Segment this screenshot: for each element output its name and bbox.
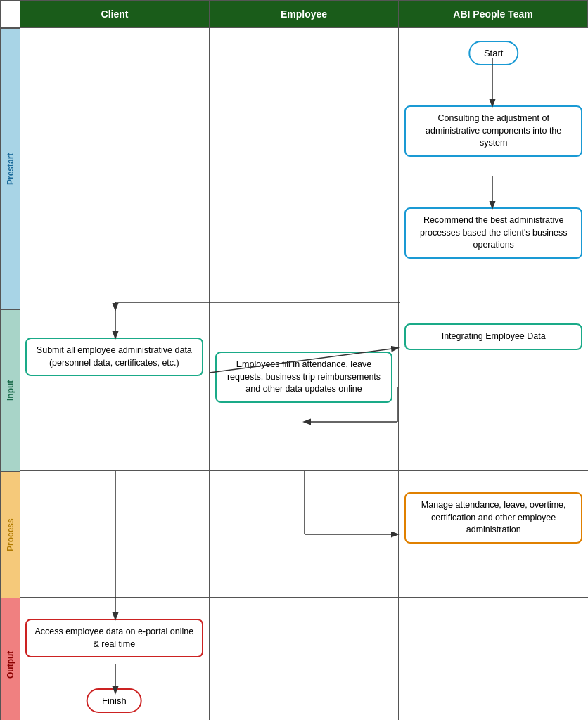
start-node: Start bbox=[468, 41, 518, 65]
employees-fill-node: Employees fill in attendance, leave requ… bbox=[215, 352, 393, 403]
process-columns: Manage attendance, leave, overtime, cert… bbox=[20, 471, 588, 598]
input-row: Input Submit all employee administrative… bbox=[0, 309, 588, 471]
prestart-label: Prestart bbox=[0, 28, 20, 309]
prestart-client-col bbox=[20, 28, 210, 309]
output-label: Output bbox=[0, 598, 20, 720]
header-row: Client Employee ABI People Team bbox=[0, 0, 588, 28]
consulting-node: Consulting the adjustment of administrat… bbox=[404, 105, 582, 157]
header-side-spacer bbox=[1, 1, 20, 27]
access-node: Access employee data on e-portal online … bbox=[25, 619, 203, 657]
manage-node: Manage attendance, leave, overtime, cert… bbox=[404, 492, 582, 544]
prestart-columns: Start Consulting the adjustment of admin… bbox=[20, 28, 588, 309]
prestart-row: Prestart Start Consulting the adjustment… bbox=[0, 28, 588, 309]
diagram-container: Client Employee ABI People Team Prestart… bbox=[0, 0, 588, 720]
output-row: Output Access employee data on e-portal … bbox=[0, 598, 588, 720]
output-client-col: Access employee data on e-portal online … bbox=[20, 598, 210, 720]
output-employee-col bbox=[210, 598, 400, 720]
prestart-abi-col: Start Consulting the adjustment of admin… bbox=[399, 28, 588, 309]
input-employee-col: Employees fill in attendance, leave requ… bbox=[210, 309, 400, 471]
input-abi-col: Integrating Employee Data bbox=[399, 309, 588, 471]
header-abi: ABI People Team bbox=[399, 1, 587, 27]
process-label: Process bbox=[0, 471, 20, 598]
recommend-node: Recommend the best administrative proces… bbox=[404, 207, 582, 259]
input-client-col: Submit all employee administrative data … bbox=[20, 309, 210, 471]
header-employee: Employee bbox=[210, 1, 399, 27]
process-abi-col: Manage attendance, leave, overtime, cert… bbox=[399, 471, 588, 598]
submit-node: Submit all employee administrative data … bbox=[25, 338, 203, 376]
finish-node: Finish bbox=[87, 688, 142, 713]
integrating-node: Integrating Employee Data bbox=[404, 323, 582, 350]
process-row: Process Manage attendance, leave, overti… bbox=[0, 471, 588, 598]
prestart-employee-col bbox=[210, 28, 400, 309]
process-employee-col bbox=[210, 471, 400, 598]
process-client-col bbox=[20, 471, 210, 598]
output-abi-col bbox=[399, 598, 588, 720]
header-client: Client bbox=[20, 1, 210, 27]
body-area: Prestart Start Consulting the adjustment… bbox=[0, 28, 588, 720]
input-columns: Submit all employee administrative data … bbox=[20, 309, 588, 471]
output-columns: Access employee data on e-portal online … bbox=[20, 598, 588, 720]
input-label: Input bbox=[0, 309, 20, 471]
